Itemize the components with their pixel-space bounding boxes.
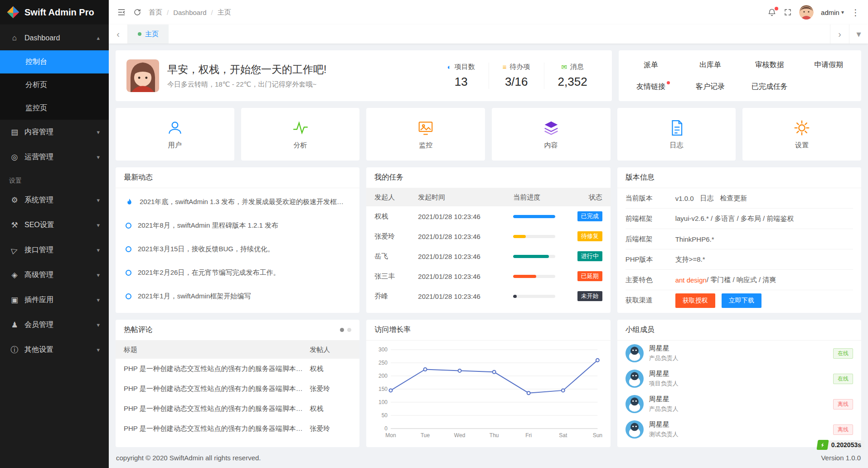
download-button[interactable]: 立即下载 <box>722 293 761 308</box>
post-author: 权栈 <box>310 365 351 373</box>
logo[interactable]: Swift Admin Pro <box>0 0 109 24</box>
svg-text:50: 50 <box>382 412 388 419</box>
member-avatar <box>626 370 644 388</box>
sidebar: Swift Admin Pro ⌂ Dashboard ▴ 控制台 分析页 监控… <box>0 0 109 468</box>
feature-rest: / 零门槛 / 响应式 / 清爽 <box>707 276 776 284</box>
plugin-icon: ▣ <box>9 295 20 305</box>
member-avatar <box>626 344 644 362</box>
sidebar-item-members-mgmt[interactable]: ♟ 会员管理 ▾ <box>0 312 109 337</box>
sidebar-item-analysis-page[interactable]: 分析页 <box>0 73 109 97</box>
changelog-link[interactable]: 日志 <box>700 194 714 203</box>
user-avatar[interactable] <box>799 5 814 20</box>
svg-text:0: 0 <box>385 425 388 432</box>
quick-link-dispatch[interactable]: 派单 <box>644 60 658 70</box>
monitor-icon <box>417 119 434 136</box>
breadcrumb: 首页 / Dashboard / 主页 <box>149 8 231 17</box>
breadcrumb-home[interactable]: 首页 <box>149 8 162 17</box>
sidebar-item-label: 插件应用 <box>24 295 97 305</box>
task-initiator: 张爱玲 <box>374 232 418 241</box>
post-title[interactable]: PHP 是一种创建动态交互性站点的强有力的服务器端脚本语言 <box>124 424 310 433</box>
shortcut-card-logs[interactable]: 日志 <box>617 108 736 161</box>
post-title[interactable]: PHP 是一种创建动态交互性站点的强有力的服务器端脚本语言 <box>124 385 310 393</box>
member-avatar <box>626 420 644 439</box>
table-row[interactable]: PHP 是一种创建动态交互性站点的强有力的服务器端脚本语言 张爱玲 <box>116 419 359 439</box>
check-update-link[interactable]: 检查更新 <box>720 194 747 203</box>
task-time: 2021/01/28 10:23:46 <box>418 253 513 260</box>
quick-link-friend-links[interactable]: 友情链接 <box>636 82 665 92</box>
chevron-up-icon: ▴ <box>97 34 100 41</box>
chevron-down-icon: ▾ <box>841 9 844 15</box>
shortcut-label: 内容 <box>544 141 558 150</box>
carousel-dot[interactable] <box>347 328 351 332</box>
shortcut-card-analysis[interactable]: 分析 <box>241 108 360 161</box>
status-badge: 在线 <box>833 374 853 384</box>
task-progress-bar <box>513 255 555 258</box>
chevron-down-icon: ▾ <box>97 322 100 328</box>
fullscreen-icon[interactable] <box>784 8 792 16</box>
tab-home[interactable]: 主页 <box>128 24 169 44</box>
sidebar-item-operations-mgmt[interactable]: ◎ 运营管理 ▾ <box>0 145 109 170</box>
sidebar-item-other-settings[interactable]: ⓘ 其他设置 ▾ <box>0 337 109 362</box>
sidebar-item-dashboard[interactable]: ⌂ Dashboard ▴ <box>0 25 109 50</box>
quick-link-audit-data[interactable]: 审核数据 <box>755 60 784 70</box>
table-row: 岳飞 2021/01/28 10:23:46 进行中 <box>366 246 610 266</box>
sidebar-item-api-mgmt[interactable]: ▷ 接口管理 ▾ <box>0 238 109 263</box>
tabs-scroll-right-button[interactable]: › <box>830 24 849 44</box>
more-options-icon[interactable]: ⋮ <box>851 7 860 18</box>
sidebar-collapse-icon[interactable] <box>117 8 126 17</box>
stat-todos: ≡ 待办项 3/16 <box>489 63 544 89</box>
task-initiator: 岳飞 <box>374 252 418 261</box>
refresh-icon[interactable] <box>133 8 141 16</box>
sidebar-item-monitor-page[interactable]: 监控页 <box>0 97 109 120</box>
list-item: 周星星 测试负责人 离线 <box>617 417 861 442</box>
sidebar-item-console[interactable]: 控制台 <box>0 50 109 73</box>
page-speed-badge: 0.202053s <box>817 440 864 450</box>
shortcut-card-settings[interactable]: 设置 <box>742 108 861 161</box>
table-row[interactable]: PHP 是一种创建动态交互性站点的强有力的服务器端脚本语言 权栈 <box>116 359 359 379</box>
news-text: 2021年8月，swiftAdmin 里程碑版本 1.2.1 发布 <box>138 221 278 230</box>
sidebar-item-advanced-mgmt[interactable]: ◈ 高级管理 ▾ <box>0 263 109 288</box>
shortcut-card-monitor[interactable]: 监控 <box>366 108 485 161</box>
sidebar-item-plugins[interactable]: ▣ 插件应用 ▾ <box>0 288 109 312</box>
quick-link-outbound[interactable]: 出库单 <box>699 60 721 70</box>
user-name-label: admin <box>821 9 839 16</box>
col-header: 发起时间 <box>418 193 513 202</box>
tab-bar: ‹ 主页 › ▾ <box>109 24 868 44</box>
timeline-dot-icon <box>126 223 131 229</box>
version-info-card: 版本信息 当前版本 v1.0.0 日志 检查更新 前端框架 <box>617 167 861 313</box>
task-initiator: 乔峰 <box>374 292 418 301</box>
tabs-scroll-left-button[interactable]: ‹ <box>109 24 128 44</box>
sidebar-item-seo-settings[interactable]: ⚒ SEO设置 ▾ <box>0 213 109 238</box>
stat-value: 3/16 <box>503 75 530 89</box>
backend-framework-value: ThinkPHP6.* <box>675 235 714 243</box>
post-title[interactable]: PHP 是一种创建动态交互性站点的强有力的服务器端脚本语言 <box>124 365 310 373</box>
hot-comments-card: 热帖评论 标题 发帖人 PHP 是一种创建动态交互性站点的强有力的服务器端脚本语… <box>116 320 359 447</box>
post-title[interactable]: PHP 是一种创建动态交互性站点的强有力的服务器端脚本语言 <box>124 405 310 413</box>
tabs-menu-button[interactable]: ▾ <box>849 24 868 44</box>
task-time: 2021/01/28 10:23:46 <box>418 233 513 240</box>
quick-link-customer-records[interactable]: 客户记录 <box>696 82 725 92</box>
carousel-dot[interactable] <box>340 328 344 332</box>
sidebar-item-label: 接口管理 <box>24 245 97 255</box>
get-license-button[interactable]: 获取授权 <box>675 293 715 308</box>
message-icon: ✉ <box>561 63 567 71</box>
sidebar-item-system-mgmt[interactable]: ⚙ 系统管理 ▾ <box>0 188 109 213</box>
table-row[interactable]: PHP 是一种创建动态交互性站点的强有力的服务器端脚本语言 权栈 <box>116 399 359 419</box>
member-name: 周星星 <box>649 344 679 353</box>
table-row[interactable]: PHP 是一种创建动态交互性站点的强有力的服务器端脚本语言 张爱玲 <box>116 379 359 399</box>
user-menu[interactable]: admin ▾ <box>821 9 844 16</box>
news-card: 最新动态 2021年底，swiftAdmin 1.3 发布，并发展成最受欢迎的极… <box>116 167 359 313</box>
sidebar-item-content-mgmt[interactable]: ▤ 内容管理 ▾ <box>0 120 109 145</box>
notifications-bell-icon[interactable] <box>767 8 776 17</box>
col-header: 状态 <box>559 193 602 202</box>
quick-link-completed-tasks[interactable]: 已完成任务 <box>752 82 788 92</box>
quick-link-leave-request[interactable]: 申请假期 <box>815 60 844 70</box>
shortcut-card-users[interactable]: 用户 <box>116 108 234 161</box>
table-row: 权栈 2021/01/28 10:23:46 已完成 <box>366 206 610 226</box>
version-label: 前端框架 <box>626 214 675 223</box>
chevron-down-icon: ▾ <box>97 346 100 353</box>
shortcut-card-content[interactable]: 内容 <box>492 108 611 161</box>
breadcrumb-dashboard[interactable]: Dashboard <box>173 9 206 16</box>
greeting-text: 早安，权栈，开始您一天的工作吧! 今日多云转晴，18℃ - 22℃，出门记得穿外… <box>167 63 326 89</box>
operations-icon: ◎ <box>9 152 20 162</box>
